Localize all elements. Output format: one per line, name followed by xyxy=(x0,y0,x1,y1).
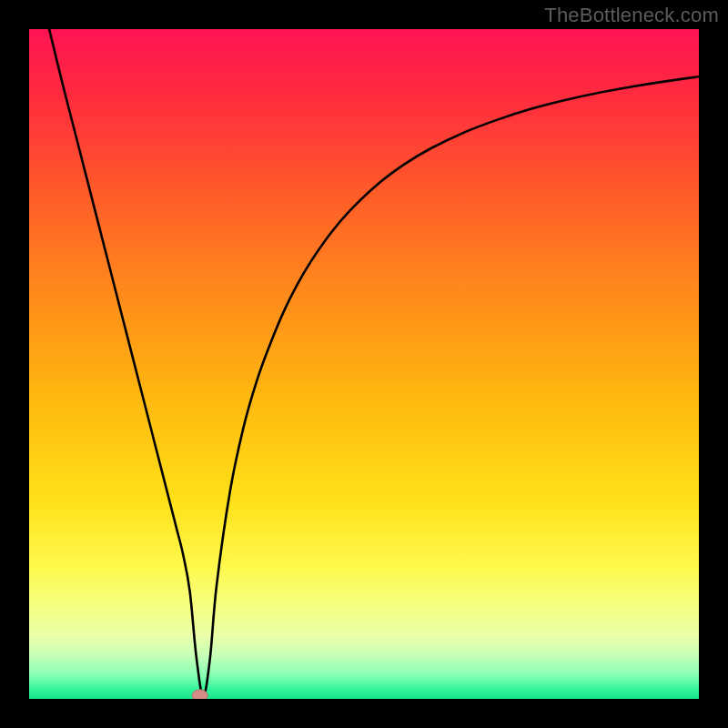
watermark-text: TheBottleneck.com xyxy=(544,4,719,27)
minimum-marker xyxy=(192,690,207,699)
chart-svg xyxy=(29,29,699,699)
plot-area xyxy=(29,29,699,699)
gradient-background xyxy=(29,29,699,699)
chart-frame: TheBottleneck.com xyxy=(0,0,728,728)
